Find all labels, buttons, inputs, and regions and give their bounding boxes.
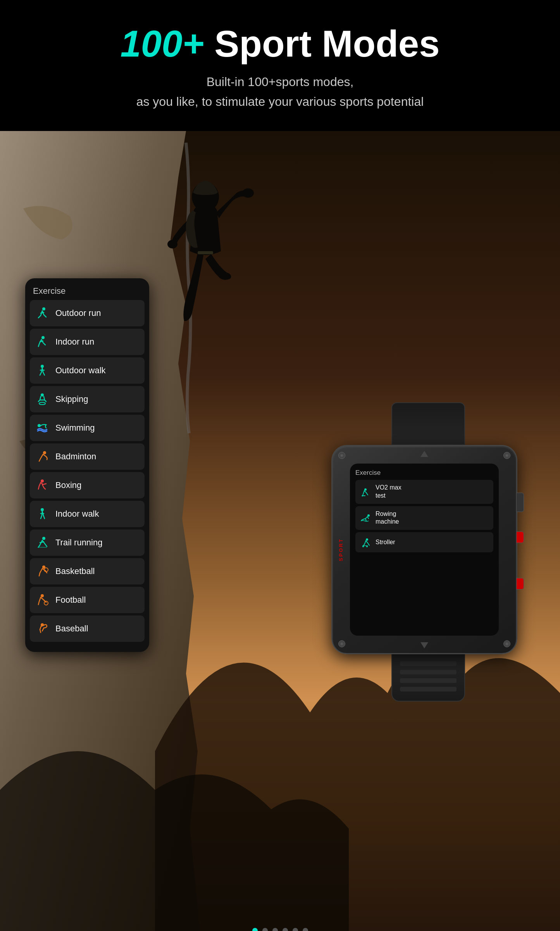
vo2-label: VO2 maxtest bbox=[376, 484, 401, 500]
dot-3[interactable] bbox=[272, 928, 278, 931]
watch-button-top[interactable] bbox=[516, 493, 524, 512]
list-item: Indoor run bbox=[30, 329, 145, 355]
title-highlight: 100+ bbox=[120, 23, 204, 64]
dot-6[interactable] bbox=[303, 928, 308, 931]
list-item: Badminton bbox=[30, 443, 145, 470]
trail-running-label: Trail running bbox=[55, 538, 102, 548]
header-section: 100+ Sport Modes Built-in 100+sports mod… bbox=[0, 0, 560, 131]
svg-point-17 bbox=[41, 594, 44, 597]
list-item: Swimming bbox=[30, 415, 145, 441]
watch-bottom-btn[interactable] bbox=[420, 642, 428, 648]
screw-bl bbox=[338, 640, 345, 647]
svg-rect-4 bbox=[198, 251, 213, 254]
outdoor-run-icon bbox=[34, 305, 50, 321]
exercise-phone-panel: Exercise Outdoor run Indoor run Outdoor … bbox=[25, 278, 149, 652]
indoor-walk-icon bbox=[34, 506, 50, 522]
title-rest: Sport Modes bbox=[204, 23, 440, 64]
outdoor-run-label: Outdoor run bbox=[55, 308, 101, 318]
dot-4[interactable] bbox=[283, 928, 288, 931]
watch-body: SPORT Exercise VO2 maxtest bbox=[331, 445, 517, 654]
watch-list-item: Stroller bbox=[355, 532, 493, 552]
watch-button-mid[interactable] bbox=[516, 531, 524, 543]
dot-5[interactable] bbox=[293, 928, 298, 931]
svg-point-3 bbox=[167, 240, 177, 248]
watch-top-btn[interactable] bbox=[420, 451, 428, 457]
trail-running-icon bbox=[34, 535, 50, 550]
list-item: Outdoor run bbox=[30, 300, 145, 326]
smartwatch: SPORT Exercise VO2 maxtest bbox=[331, 402, 525, 702]
rowing-label: Rowingmachine bbox=[376, 510, 399, 526]
svg-point-23 bbox=[366, 538, 368, 541]
svg-point-6 bbox=[41, 336, 45, 339]
basketball-icon bbox=[34, 564, 50, 579]
boxing-label: Boxing bbox=[55, 480, 81, 490]
indoor-walk-label: Indoor walk bbox=[55, 509, 99, 519]
football-icon bbox=[34, 592, 50, 608]
watch-case: SPORT Exercise VO2 maxtest bbox=[331, 445, 517, 654]
outdoor-walk-icon bbox=[34, 363, 50, 378]
watch-button-bot[interactable] bbox=[516, 578, 524, 590]
list-item: Skipping bbox=[30, 386, 145, 412]
watch-list-item: Rowingmachine bbox=[355, 506, 493, 530]
screw-tr bbox=[503, 452, 510, 459]
football-label: Football bbox=[55, 595, 86, 605]
badminton-icon bbox=[34, 449, 50, 464]
rowing-icon bbox=[359, 512, 372, 524]
list-item: Basketball bbox=[30, 558, 145, 584]
skipping-label: Skipping bbox=[55, 394, 88, 404]
dot-1[interactable] bbox=[252, 928, 258, 931]
list-item: Outdoor walk bbox=[30, 357, 145, 384]
stroller-icon bbox=[359, 536, 372, 548]
list-item: Boxing bbox=[30, 472, 145, 498]
baseball-label: Baseball bbox=[55, 624, 88, 634]
list-item: Trail running bbox=[30, 529, 145, 556]
svg-point-12 bbox=[41, 479, 44, 483]
watch-exercise-label: Exercise bbox=[355, 469, 493, 477]
screw-br bbox=[503, 640, 510, 647]
page-dots bbox=[252, 928, 308, 931]
baseball-icon bbox=[34, 621, 50, 636]
svg-point-11 bbox=[43, 451, 46, 454]
subtitle-line1: Built-in 100+sports modes, bbox=[207, 75, 354, 89]
phone-panel-label: Exercise bbox=[30, 286, 145, 296]
screw-tl bbox=[338, 452, 345, 459]
list-item: Football bbox=[30, 587, 145, 613]
svg-rect-21 bbox=[362, 495, 365, 496]
watch-screen: Exercise VO2 maxtest Rowingmachine bbox=[350, 464, 499, 636]
list-item: Indoor walk bbox=[30, 501, 145, 527]
outdoor-walk-label: Outdoor walk bbox=[55, 366, 106, 376]
list-item: Baseball bbox=[30, 615, 145, 642]
svg-point-2 bbox=[242, 188, 254, 198]
basketball-label: Basketball bbox=[55, 566, 95, 576]
page-title: 100+ Sport Modes bbox=[8, 23, 552, 64]
indoor-run-label: Indoor run bbox=[55, 337, 94, 347]
svg-point-14 bbox=[42, 537, 45, 540]
watch-list-item: VO2 maxtest bbox=[355, 480, 493, 504]
svg-point-22 bbox=[367, 514, 370, 517]
indoor-run-icon bbox=[34, 334, 50, 350]
svg-point-5 bbox=[42, 307, 45, 310]
swimming-label: Swimming bbox=[55, 423, 95, 433]
svg-point-20 bbox=[364, 488, 367, 491]
badminton-label: Badminton bbox=[55, 452, 96, 462]
svg-point-9 bbox=[39, 402, 45, 405]
skipping-icon bbox=[34, 391, 50, 407]
boxing-icon bbox=[34, 478, 50, 493]
vo2-icon bbox=[359, 486, 372, 498]
swimming-icon bbox=[34, 420, 50, 436]
stroller-label: Stroller bbox=[376, 538, 395, 547]
dot-2[interactable] bbox=[262, 928, 268, 931]
subtitle-line2: as you like, to stimulate your various s… bbox=[136, 95, 424, 109]
svg-point-8 bbox=[41, 393, 44, 397]
header-subtitle: Built-in 100+sports modes, as you like, … bbox=[8, 72, 552, 112]
main-section: Exercise Outdoor run Indoor run Outdoor … bbox=[0, 131, 560, 931]
sport-label: SPORT bbox=[338, 538, 344, 561]
